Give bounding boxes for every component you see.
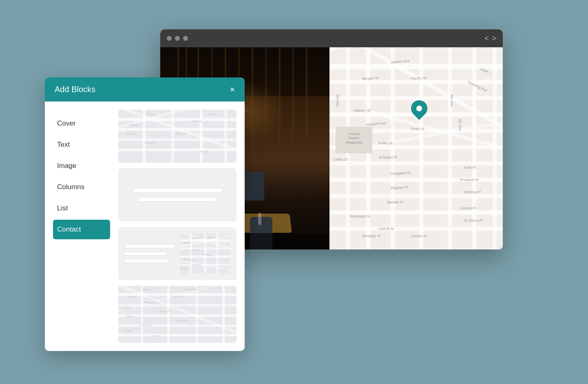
add-blocks-panel: Add Blocks × Cover Text Image Columns Li… [45,77,245,351]
street-label-marks: St Marks Pl [378,155,397,159]
park-label: ThomasGreenePlayground [336,132,371,145]
block-preview-text[interactable] [118,168,237,221]
street-label-dean: Dean St [411,127,424,131]
browser-toolbar: < > [160,29,503,47]
street-label-stJohns: St Johns Pl [464,218,483,223]
col-line-1 [124,244,175,248]
text-line-2 [139,197,216,202]
street-label-butler: Butler St [378,141,393,145]
block-preview-bottom[interactable]: Park Pl St Marks Ave 5th Ave Sterling Pl… [118,286,237,343]
panel-title: Add Blocks [55,85,95,94]
map-pin-inner [415,104,423,113]
browser-nav[interactable]: < > [484,34,496,43]
close-button[interactable]: × [230,85,235,94]
nav-back[interactable]: < [484,34,489,43]
preview-map-1: 3rd Ave Pacific St 5th Ave Dean St Warre… [118,110,237,163]
panel-header: Add Blocks × [45,77,245,102]
col-right-map: Prospect Pl Park Pl Ed Rog... Sterling P… [180,233,230,274]
street-label-warren: Warren St [354,108,370,113]
text-line-1 [133,188,222,193]
menu-item-image[interactable]: Image [53,156,110,176]
street-label-4th: 4th Ave [450,94,454,106]
panel-body: Cover Text Image Columns List Contact [45,102,245,351]
menu-item-columns[interactable]: Columns [53,177,110,197]
map-area: Atlantic Ave Bergen St Pacific St 3rd Av… [329,47,503,249]
block-preview-columns[interactable]: Prospect Pl Park Pl Ed Rog... Sterling P… [118,227,237,280]
street-label-lincoln: Lincoln Pl [411,234,427,238]
street-label-sterling: Sterling Pl [464,190,481,194]
col-line-3 [124,259,170,263]
street-label-parkPl: Park Pl [464,166,476,170]
street-label-degraw: Degraw St [391,185,408,190]
browser-dot-1 [167,36,172,41]
street-label-bergen: Bergen St [362,76,378,81]
map-bg: Atlantic Ave Bergen St Pacific St 3rd Av… [329,47,503,249]
street-label-carroll: Carroll St [378,227,394,231]
menu-item-text[interactable]: Text [53,135,110,154]
street-label-president: President St [350,214,370,218]
panel-left-menu: Cover Text Image Columns List Contact [53,110,110,343]
browser-dot-2 [175,36,180,41]
menu-item-cover[interactable]: Cover [53,114,110,133]
street-label-3rd: 3rd Ave [336,94,340,106]
col-line-2 [124,252,167,256]
map-pin [411,100,427,117]
col-left [124,244,175,263]
street-label-pacific: Pacific St [411,76,427,81]
browser-dot-3 [183,36,188,41]
browser-dots [167,36,188,41]
menu-item-list[interactable]: List [53,199,110,218]
menu-item-contact[interactable]: Contact [53,220,110,239]
street-label-prospectPl: Prospect Pl [460,178,479,182]
street-label-sackett: Sackett St [387,200,403,204]
street-label-douglass: Douglass St [391,170,411,176]
street-label-lincoln2: Lincoln Pl [460,206,476,210]
panel-right-previews: 3rd Ave Pacific St 5th Ave Dean St Warre… [118,110,237,343]
map-pin-body [408,97,431,120]
street-label-union: Union St [334,157,348,161]
preview-map-bottom: Park Pl St Marks Ave 5th Ave Sterling Pl… [118,286,237,343]
street-label-5th: 5th Ave [458,119,462,131]
street-label-berkeley: Berkeley Pl [362,234,381,238]
nav-forward[interactable]: > [492,34,496,43]
block-preview-cover[interactable]: 3rd Ave Pacific St 5th Ave Dean St Warre… [118,110,237,163]
